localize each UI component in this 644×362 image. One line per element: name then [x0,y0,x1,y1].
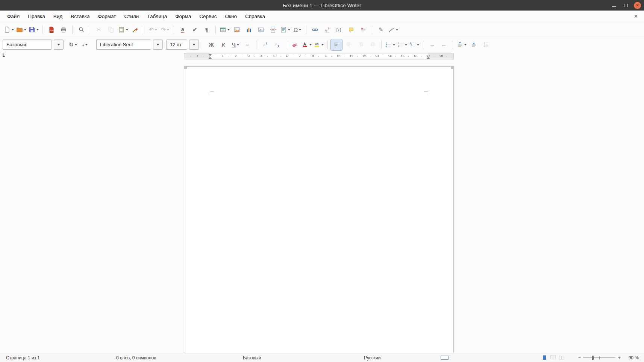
zoom-slider-thumb[interactable] [592,356,594,360]
insert-image-button[interactable] [231,24,242,35]
copy-button[interactable] [105,24,117,35]
menu-edit[interactable]: Правка [24,11,49,22]
single-page-view-button[interactable] [541,354,549,361]
document-page[interactable] [184,66,454,353]
close-document-button[interactable]: ✕ [631,14,641,19]
font-color-button[interactable]: А [301,39,312,50]
close-button[interactable]: × [634,2,641,9]
align-left-button[interactable] [331,39,342,50]
insert-comment-button[interactable] [345,24,357,35]
zoom-level[interactable]: 90 % [623,355,644,360]
export-pdf-button[interactable]: PDF [46,24,57,35]
insert-chart-button[interactable] [243,24,255,35]
insert-endnote-button[interactable]: [i] [333,24,345,35]
multi-page-view-button[interactable] [549,354,557,361]
italic-button[interactable]: К [218,39,229,50]
word-count-status[interactable]: 0 слов, 0 символов [110,353,237,362]
strikethrough-button[interactable]: – [242,39,253,50]
outline-list-dropdown[interactable] [417,44,419,46]
menu-tools[interactable]: Сервис [195,11,221,22]
subscript-button[interactable]: A2 [271,39,283,50]
unordered-list-button[interactable] [385,39,396,50]
insert-line-dropdown[interactable] [396,29,398,30]
insert-page-break-button[interactable] [267,24,279,35]
book-view-button[interactable] [558,354,566,361]
new-document-button[interactable] [3,24,15,35]
insert-table-dropdown[interactable] [227,29,230,30]
paragraph-space-increase-button[interactable] [456,39,467,50]
paragraph-style-input[interactable]: Базовый [3,40,52,50]
open-file-button[interactable] [15,24,27,35]
insert-text-box-button[interactable]: A [255,24,267,35]
menu-file[interactable]: Файл [3,11,24,22]
insert-line-button[interactable] [387,24,399,35]
paragraph-space-decrease-button[interactable] [468,39,479,50]
redo-button[interactable]: ↷ [159,24,171,35]
ordered-list-dropdown[interactable] [405,44,407,46]
first-line-indent-marker[interactable] [208,54,212,56]
save-dropdown[interactable] [36,29,39,30]
outline-list-button[interactable]: 1.a. [409,39,420,50]
font-size-dropdown[interactable] [189,40,199,50]
paragraph-space-increase-dropdown[interactable] [464,44,467,46]
line-spacing-button[interactable] [480,39,491,50]
selection-mode-indicator[interactable] [441,356,449,360]
menu-styles[interactable]: Стили [120,11,143,22]
font-name-dropdown[interactable] [153,40,163,50]
horizontal-ruler[interactable]: 1123456789101112131415161718 [184,53,454,59]
minimize-button[interactable] [611,2,618,9]
zoom-out-button[interactable]: − [576,355,583,360]
align-justify-button[interactable] [367,39,378,50]
align-right-button[interactable] [355,39,366,50]
menu-window[interactable]: Окно [221,11,241,22]
show-draw-functions-button[interactable]: ✎ [375,24,386,35]
align-center-button[interactable] [343,39,354,50]
undo-dropdown[interactable] [155,29,157,30]
menu-insert[interactable]: Вставка [67,11,94,22]
insert-special-character-dropdown[interactable] [299,29,301,30]
update-style-dropdown[interactable] [75,44,77,46]
open-file-dropdown[interactable] [24,29,26,30]
left-indent-marker[interactable] [208,57,212,59]
paste-button[interactable] [117,24,129,35]
new-document-dropdown[interactable] [12,29,14,30]
cut-button[interactable]: ✂ [93,24,105,35]
increase-indent-button[interactable]: → [426,39,438,50]
insert-field-dropdown[interactable] [288,29,290,30]
save-button[interactable] [28,24,39,35]
spelling-check-button[interactable]: ✔ [189,24,200,35]
menu-format[interactable]: Формат [94,11,120,22]
insert-special-character-button[interactable]: Ω [292,24,303,35]
zoom-in-button[interactable]: + [615,355,623,360]
underline-button[interactable]: Ч [230,39,241,50]
menu-help[interactable]: Справка [241,11,269,22]
insert-field-button[interactable] [279,24,291,35]
page-style-status[interactable]: Базовый [237,353,361,362]
insert-footnote-button[interactable]: A1 [321,24,333,35]
find-replace-button[interactable] [76,24,87,35]
auto-spellcheck-button[interactable]: a [177,24,188,35]
track-changes-button[interactable] [358,24,369,35]
menu-form[interactable]: Форма [171,11,195,22]
zoom-slider[interactable] [583,354,615,361]
clone-formatting-button[interactable] [130,24,141,35]
clear-formatting-button[interactable] [289,39,300,50]
highlight-color-dropdown[interactable] [321,44,324,46]
insert-table-button[interactable] [219,24,230,35]
superscript-button[interactable]: A2 [259,39,271,50]
page-number-status[interactable]: Страница 1 из 1 [0,353,110,362]
tab-stop-selector[interactable]: L [2,53,5,58]
formatting-marks-button[interactable]: ¶ [201,24,212,35]
redo-dropdown[interactable] [167,29,169,30]
font-size-input[interactable]: 12 пт [166,40,187,50]
underline-dropdown[interactable] [237,44,239,46]
update-style-button[interactable]: ↻ [67,39,79,50]
unordered-list-dropdown[interactable] [393,44,395,46]
restore-button[interactable] [622,2,629,9]
language-status[interactable]: Русский [361,353,441,362]
right-indent-marker[interactable] [426,57,430,59]
decrease-indent-button[interactable]: ← [438,39,450,50]
menu-table[interactable]: Таблица [143,11,171,22]
bold-button[interactable]: Ж [206,39,217,50]
ordered-list-button[interactable]: 12 [397,39,408,50]
